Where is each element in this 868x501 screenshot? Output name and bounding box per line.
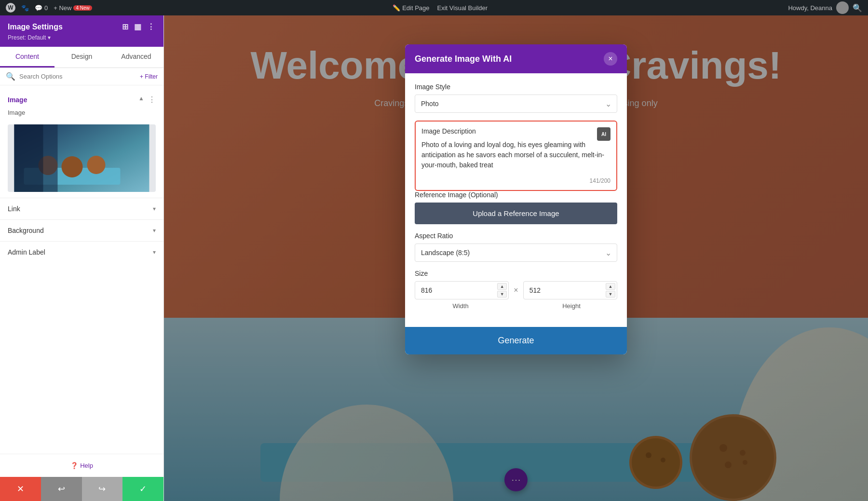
admin-label-title: Admin Label [8, 248, 45, 256]
cancel-button[interactable]: ✕ [0, 477, 41, 501]
comment-icon: 💬 [35, 4, 42, 12]
size-row: ▲ ▼ × ▲ ▼ [415, 281, 617, 299]
size-labels: Width Height [415, 302, 617, 310]
wordpress-logo[interactable]: W [6, 3, 15, 13]
filter-button[interactable]: + Filter [140, 73, 158, 80]
image-field-label: Image [8, 109, 25, 116]
more-icon[interactable]: ⋮ [146, 21, 156, 32]
upload-reference-button[interactable]: Upload a Reference Image [415, 203, 617, 224]
tab-content[interactable]: Content [0, 47, 54, 68]
aspect-ratio-select[interactable]: Landscape (8:5) Portrait (5:8) Square (1… [415, 244, 617, 262]
howdy-text: Howdy, Deanna [788, 4, 832, 12]
sidebar-search-bar: 🔍 + Filter [0, 68, 163, 85]
undo-button[interactable]: ↩ [41, 477, 82, 501]
sidebar-title-row: Image Settings ⊞ ▦ ⋮ [8, 21, 156, 32]
redo-button[interactable]: ↪ [82, 477, 123, 501]
height-spinner: ▲ ▼ [606, 283, 615, 298]
admin-bar: W 🐾 💬 0 + New 4 New ✏️ Edit Page Exit Vi… [0, 0, 868, 15]
exit-builder-button[interactable]: Exit Visual Builder [437, 4, 488, 12]
width-input[interactable] [415, 281, 509, 299]
image-section-header[interactable]: Image ▲ ⋮ [0, 89, 163, 108]
size-group: Size ▲ ▼ × [415, 270, 617, 310]
modal-header: Generate Image With AI × [405, 44, 627, 73]
modal-title: Generate Image With AI [415, 54, 512, 64]
width-wrapper: ▲ ▼ [415, 281, 509, 299]
search-input[interactable] [19, 73, 136, 80]
description-label: Image Description [421, 127, 610, 135]
sidebar: Image Settings ⊞ ▦ ⋮ Preset: Default ▾ C… [0, 15, 164, 501]
image-preview-container [0, 121, 163, 198]
edit-page-button[interactable]: ✏️ Edit Page [393, 4, 429, 12]
image-section-title: Image [8, 96, 27, 104]
svg-rect-6 [14, 124, 43, 192]
image-preview[interactable] [8, 124, 156, 192]
x-spacer [511, 302, 521, 310]
admin-bar-center: ✏️ Edit Page Exit Visual Builder [393, 4, 488, 12]
height-wrapper: ▲ ▼ [523, 281, 617, 299]
modal-overlay: Generate Image With AI × Image Style Pho… [164, 15, 868, 501]
height-up-button[interactable]: ▲ [606, 283, 615, 290]
generate-image-modal: Generate Image With AI × Image Style Pho… [405, 44, 627, 354]
admin-bar-right: Howdy, Deanna 🔍 [788, 1, 862, 14]
reference-image-group: Reference Image (Optional) Upload a Refe… [415, 191, 617, 224]
modal-body: Image Style Photo Illustration Painting … [405, 73, 627, 327]
link-chevron: ▾ [153, 205, 156, 212]
columns-icon[interactable]: ▦ [133, 21, 142, 32]
responsive-icon[interactable]: ⊞ [121, 21, 129, 32]
link-title: Link [8, 205, 20, 213]
sidebar-footer: ❓ Help [0, 454, 163, 477]
description-group: Image Description AI Photo of a loving a… [415, 121, 617, 191]
image-label-row: Image [0, 108, 163, 121]
sidebar-icons: ⊞ ▦ ⋮ [121, 21, 156, 32]
new-badge: 4 New [73, 5, 92, 11]
avatar[interactable] [836, 1, 849, 14]
section-menu-icon[interactable]: ⋮ [148, 95, 156, 104]
tab-advanced[interactable]: Advanced [109, 47, 163, 68]
width-spinner: ▲ ▼ [497, 283, 507, 298]
modal-footer: Generate [405, 327, 627, 354]
width-down-button[interactable]: ▼ [497, 291, 507, 298]
width-label: Width [415, 302, 506, 310]
comments-count[interactable]: 💬 0 [35, 4, 48, 12]
description-textarea[interactable]: Photo of a loving and loyal dog, his eye… [421, 140, 610, 174]
main-layout: Image Settings ⊞ ▦ ⋮ Preset: Default ▾ C… [0, 15, 868, 501]
background-title: Background [8, 227, 44, 234]
help-icon: ❓ [70, 462, 78, 469]
width-up-button[interactable]: ▲ [497, 283, 507, 290]
height-down-button[interactable]: ▼ [606, 291, 615, 298]
image-style-select[interactable]: Photo Illustration Painting Sketch 3D Re… [415, 95, 617, 113]
modal-close-button[interactable]: × [604, 52, 617, 66]
size-label: Size [415, 270, 617, 277]
new-button[interactable]: + New 4 New [54, 4, 92, 12]
admin-label-section[interactable]: Admin Label ▾ [0, 241, 163, 263]
generate-button[interactable]: Generate [405, 327, 627, 354]
ai-enhance-button[interactable]: AI [597, 127, 610, 141]
tab-design[interactable]: Design [54, 47, 109, 68]
site-icon[interactable]: 🐾 [21, 4, 29, 12]
svg-point-4 [87, 156, 106, 174]
save-button[interactable]: ✓ [122, 477, 163, 501]
section-controls: ▲ ⋮ [138, 95, 156, 104]
preset-selector[interactable]: Preset: Default ▾ [8, 34, 156, 41]
search-icon[interactable]: 🔍 [853, 3, 862, 13]
aspect-ratio-select-wrapper: Landscape (8:5) Portrait (5:8) Square (1… [415, 244, 617, 262]
link-section[interactable]: Link ▾ [0, 198, 163, 219]
svg-point-3 [62, 156, 83, 177]
help-link[interactable]: ❓ Help [70, 462, 93, 469]
x-separator: × [514, 286, 518, 295]
background-section[interactable]: Background ▾ [0, 219, 163, 241]
height-input[interactable] [523, 281, 617, 299]
image-preview-svg [8, 124, 156, 192]
image-style-select-wrapper: Photo Illustration Painting Sketch 3D Re… [415, 95, 617, 113]
pencil-icon: ✏️ [393, 4, 400, 12]
sidebar-content: Image ▲ ⋮ Image [0, 85, 163, 454]
image-style-group: Image Style Photo Illustration Painting … [415, 83, 617, 113]
search-icon: 🔍 [6, 72, 15, 81]
image-style-label: Image Style [415, 83, 617, 91]
background-chevron: ▾ [153, 227, 156, 234]
admin-bar-left: W 🐾 💬 0 + New 4 New [6, 3, 92, 13]
aspect-ratio-label: Aspect Ratio [415, 232, 617, 240]
sidebar-bottom-bar: ✕ ↩ ↪ ✓ [0, 477, 163, 501]
admin-label-chevron: ▾ [153, 249, 156, 256]
collapse-icon[interactable]: ▲ [138, 95, 144, 104]
